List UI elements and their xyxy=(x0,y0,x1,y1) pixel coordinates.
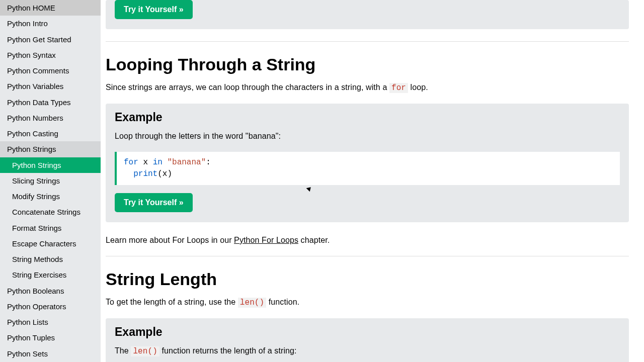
try-it-button[interactable]: Try it Yourself » xyxy=(115,0,193,19)
sidebar-item[interactable]: Slicing Strings xyxy=(0,173,101,189)
sidebar-item[interactable]: Format Strings xyxy=(0,220,101,236)
example-heading: Example xyxy=(115,325,620,339)
divider xyxy=(106,256,629,256)
sidebar-item[interactable]: Python Variables xyxy=(0,78,101,94)
section1-footer: Learn more about For Loops in our Python… xyxy=(106,234,629,247)
link-for-loops[interactable]: Python For Loops xyxy=(234,236,298,244)
code-inline-for: for xyxy=(389,83,408,93)
sidebar-item[interactable]: String Methods xyxy=(0,251,101,267)
sidebar-item[interactable]: Python Booleans xyxy=(0,283,101,299)
code-inline-len: len() xyxy=(238,298,267,308)
sidebar-item[interactable]: Python Sets xyxy=(0,346,101,361)
sidebar-item[interactable]: Python Get Started xyxy=(0,32,101,47)
example-box-length: Example The len() function returns the l… xyxy=(106,318,629,362)
sidebar-item[interactable]: Python Strings xyxy=(0,141,101,157)
sidebar-item[interactable]: Concatenate Strings xyxy=(0,204,101,220)
sidebar-item[interactable]: Python Tuples xyxy=(0,330,101,345)
sidebar-item[interactable]: Python Casting xyxy=(0,126,101,141)
sidebar-item[interactable]: Python Syntax xyxy=(0,47,101,63)
sidebar-item[interactable]: Python Strings xyxy=(0,157,101,173)
sidebar-item[interactable]: Modify Strings xyxy=(0,189,101,204)
sidebar-item[interactable]: Python Numbers xyxy=(0,110,101,126)
code-inline-len: len() xyxy=(131,346,159,356)
code-block-loop: for x in "banana": print(x) xyxy=(115,152,620,185)
section-heading-looping: Looping Through a String xyxy=(106,55,629,74)
example-box-loop: Example Loop through the letters in the … xyxy=(106,104,629,222)
sidebar-item[interactable]: Python Intro xyxy=(0,16,101,31)
sidebar-item[interactable]: Python Comments xyxy=(0,63,101,78)
sidebar-item[interactable]: Python Operators xyxy=(0,299,101,314)
divider xyxy=(106,41,629,42)
try-it-button[interactable]: Try it Yourself » xyxy=(115,193,193,212)
section-heading-length: String Length xyxy=(106,269,629,289)
sidebar-item[interactable]: Escape Characters xyxy=(0,236,101,251)
sidebar-nav[interactable]: Python HOMEPython IntroPython Get Starte… xyxy=(0,0,101,362)
example-heading: Example xyxy=(115,111,620,124)
main-content: Try it Yourself » Looping Through a Stri… xyxy=(101,0,644,362)
sidebar-item[interactable]: Python HOME xyxy=(0,0,101,16)
example-box-prev: Try it Yourself » xyxy=(106,0,629,29)
sidebar-item[interactable]: String Exercises xyxy=(0,267,101,283)
section2-intro: To get the length of a string, use the l… xyxy=(106,296,629,309)
section1-intro: Since strings are arrays, we can loop th… xyxy=(106,81,629,95)
example-desc: The len() function returns the length of… xyxy=(115,345,620,358)
sidebar-item[interactable]: Python Lists xyxy=(0,314,101,330)
sidebar-item[interactable]: Python Data Types xyxy=(0,95,101,110)
example-desc: Loop through the letters in the word "ba… xyxy=(115,130,620,143)
